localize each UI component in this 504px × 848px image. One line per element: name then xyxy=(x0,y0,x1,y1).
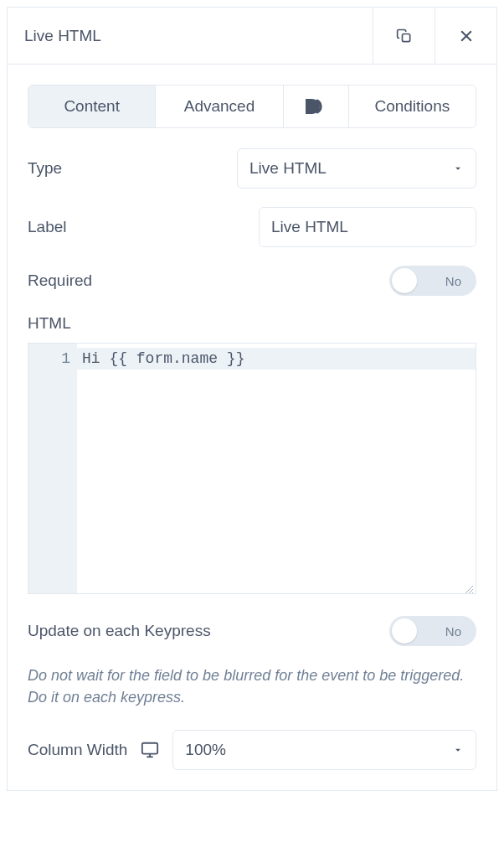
column-width-value: 100% xyxy=(185,741,226,759)
resize-handle[interactable] xyxy=(464,582,474,592)
type-select[interactable]: Live HTML xyxy=(237,148,476,189)
html-editor[interactable]: 1 Hi {{ form.name }} xyxy=(28,343,476,594)
update-keypress-value: No xyxy=(445,624,461,639)
toggle-knob xyxy=(392,618,417,644)
chevron-down-icon xyxy=(452,163,464,174)
update-keypress-label: Update on each Keypress xyxy=(28,622,211,640)
close-button[interactable] xyxy=(435,8,496,65)
tab-advanced[interactable]: Advanced xyxy=(156,85,283,127)
editor-content[interactable]: Hi {{ form.name }} xyxy=(77,344,476,593)
tab-d[interactable] xyxy=(284,85,349,127)
update-keypress-toggle[interactable]: No xyxy=(389,616,476,646)
label-input[interactable] xyxy=(260,208,476,246)
line-number: 1 xyxy=(28,350,70,367)
required-field-row: Required No xyxy=(28,266,476,296)
svg-rect-0 xyxy=(402,34,409,41)
tab-conditions[interactable]: Conditions xyxy=(349,85,476,127)
monitor-icon xyxy=(141,741,159,759)
required-value: No xyxy=(445,274,461,288)
required-label: Required xyxy=(28,271,92,290)
tab-bar: Content Advanced Conditions xyxy=(28,85,476,128)
chevron-down-icon xyxy=(452,744,464,756)
toggle-knob xyxy=(392,268,417,293)
resize-icon xyxy=(464,584,474,594)
editor-gutter: 1 xyxy=(28,344,77,593)
required-toggle[interactable]: No xyxy=(389,266,476,296)
settings-panel: Live HTML Content Advanced Cond xyxy=(7,7,497,791)
copy-icon xyxy=(396,28,413,44)
update-keypress-help: Do not wait for the field to be blurred … xyxy=(28,664,476,708)
code-line: Hi {{ form.name }} xyxy=(82,350,471,367)
type-label: Type xyxy=(28,159,62,178)
update-keypress-row: Update on each Keypress No xyxy=(28,616,476,646)
column-width-label: Column Width xyxy=(28,741,127,759)
label-label: Label xyxy=(28,218,67,236)
panel-body: Content Advanced Conditions Type Live HT… xyxy=(8,65,496,790)
label-input-group xyxy=(259,207,476,247)
close-icon xyxy=(458,28,475,44)
label-field-row: Label xyxy=(28,207,476,247)
panel-title: Live HTML xyxy=(8,27,373,45)
tab-content[interactable]: Content xyxy=(28,85,156,127)
column-width-select[interactable]: 100% xyxy=(172,730,476,770)
svg-line-4 xyxy=(465,586,473,593)
html-label: HTML xyxy=(28,314,476,333)
column-width-row: Column Width 100% xyxy=(28,730,476,770)
type-field-row: Type Live HTML xyxy=(28,148,476,189)
svg-rect-7 xyxy=(142,743,157,754)
panel-header: Live HTML xyxy=(8,8,496,65)
type-value: Live HTML xyxy=(249,159,327,178)
duplicate-button[interactable] xyxy=(373,8,435,65)
d-logo-icon xyxy=(304,97,327,116)
svg-line-6 xyxy=(472,592,473,593)
